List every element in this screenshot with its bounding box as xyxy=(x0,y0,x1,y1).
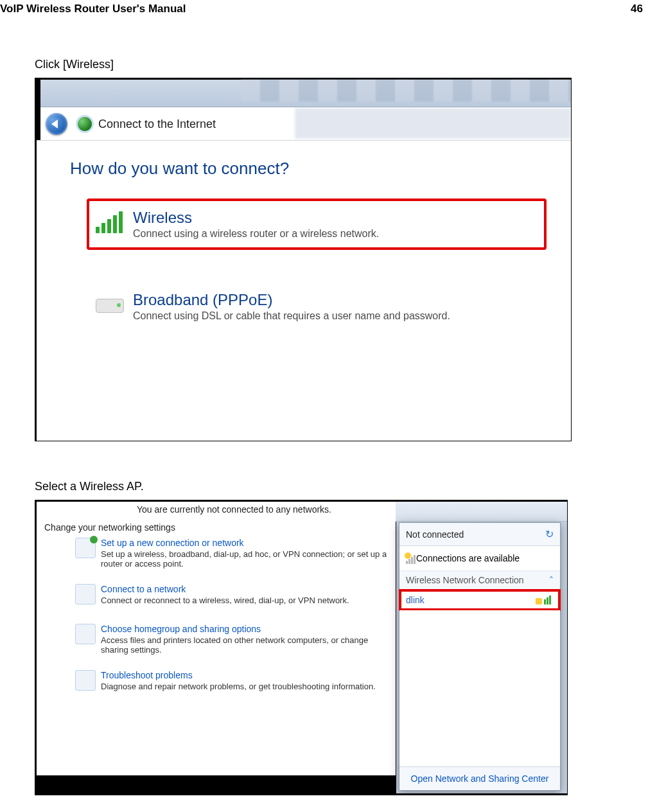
back-button[interactable] xyxy=(46,113,67,135)
wizard-content: How do you want to connect? Wireless Con… xyxy=(37,140,571,441)
item-connect-desc: Connect or reconnect to a wireless, wire… xyxy=(101,596,392,605)
option-pppoe[interactable]: Broadband (PPPoE) Connect using DSL or c… xyxy=(88,282,545,331)
popup-header: Not connected ↻ xyxy=(399,523,560,546)
item-homegroup-desc: Access files and printers located on oth… xyxy=(101,635,392,655)
item-setup-desc: Set up a wireless, broadband, dial-up, a… xyxy=(101,549,392,569)
wireless-section-label: Wireless Network Connection xyxy=(406,575,524,585)
wizard-prompt: How do you want to connect? xyxy=(70,159,289,179)
modem-icon xyxy=(96,290,124,318)
not-connected-message: You are currently not connected to any n… xyxy=(137,504,331,515)
blurred-titlebar-text xyxy=(241,80,571,102)
wireless-popup: Not connected ↻ Connections are availabl… xyxy=(399,522,561,791)
window-frame-top xyxy=(396,502,567,522)
manual-page: VoIP Wireless Router User's Manual 46 Cl… xyxy=(0,0,648,812)
troubleshoot-icon xyxy=(75,670,96,691)
taskbar-strip xyxy=(37,775,396,793)
connect-network-icon xyxy=(75,584,96,605)
item-connect-network[interactable]: Connect to a network Connect or reconnec… xyxy=(75,584,392,608)
security-shield-icon xyxy=(536,598,542,605)
item-homegroup-link: Choose homegroup and sharing options xyxy=(101,624,392,634)
wireless-section-header[interactable]: Wireless Network Connection ˄ xyxy=(399,571,560,590)
item-troubleshoot[interactable]: Troubleshoot problems Diagnose and repai… xyxy=(75,670,392,694)
ap-signal-icon xyxy=(536,596,554,605)
refresh-icon[interactable]: ↻ xyxy=(545,528,554,540)
option-pppoe-subtitle: Connect using DSL or cable that requires… xyxy=(133,310,535,322)
option-wireless-title: Wireless xyxy=(133,209,535,227)
wizard-title: Connect to the Internet xyxy=(98,118,216,131)
item-homegroup[interactable]: Choose homegroup and sharing options Acc… xyxy=(75,624,392,655)
item-setup-link: Set up a new connection or network xyxy=(101,538,392,548)
open-network-center-link[interactable]: Open Network and Sharing Center xyxy=(399,766,560,790)
homegroup-icon xyxy=(75,624,96,644)
page-number: 46 xyxy=(631,3,643,15)
popup-empty-area xyxy=(399,610,560,766)
wireless-signal-icon xyxy=(96,207,124,236)
internet-globe-icon xyxy=(78,117,92,131)
option-wireless-subtitle: Connect using a wireless router or a wir… xyxy=(133,228,535,240)
wizard-nav: Connect to the Internet xyxy=(46,113,216,135)
connections-available-row: Connections are available xyxy=(399,546,560,571)
network-center-pane: You are currently not connected to any n… xyxy=(37,502,396,793)
footer-link-text: Open Network and Sharing Center xyxy=(411,773,549,784)
manual-title: VoIP Wireless Router User's Manual xyxy=(0,3,186,15)
screenshot-network-center: You are currently not connected to any n… xyxy=(35,500,568,795)
change-settings-heading: Change your networking settings xyxy=(44,522,175,533)
blurred-right-header xyxy=(295,108,571,139)
page-header: VoIP Wireless Router User's Manual 46 xyxy=(0,3,648,15)
option-wireless[interactable]: Wireless Connect using a wireless router… xyxy=(88,200,545,249)
popup-status: Not connected xyxy=(406,529,464,540)
step2-instruction: Select a Wireless AP. xyxy=(35,480,597,493)
step1-instruction: Click [Wireless] xyxy=(35,58,597,71)
connections-available-label: Connections are available xyxy=(416,553,520,563)
settings-list: Set up a new connection or network Set u… xyxy=(75,538,392,710)
item-connect-link: Connect to a network xyxy=(101,584,392,594)
available-signal-icon xyxy=(406,552,411,564)
item-troubleshoot-desc: Diagnose and repair network problems, or… xyxy=(101,682,392,691)
screenshot-connect-wizard: Connect to the Internet How do you want … xyxy=(35,78,572,441)
page-body: Click [Wireless] Connect to the Internet… xyxy=(35,58,597,795)
chevron-up-icon: ˄ xyxy=(549,575,554,585)
item-setup-connection[interactable]: Set up a new connection or network Set u… xyxy=(75,538,392,569)
setup-connection-icon xyxy=(75,538,96,558)
ap-dlink[interactable]: dlink xyxy=(399,590,560,610)
item-troubleshoot-link: Troubleshoot problems xyxy=(101,670,392,680)
option-pppoe-title: Broadband (PPPoE) xyxy=(133,291,535,309)
ap-name: dlink xyxy=(406,595,425,605)
